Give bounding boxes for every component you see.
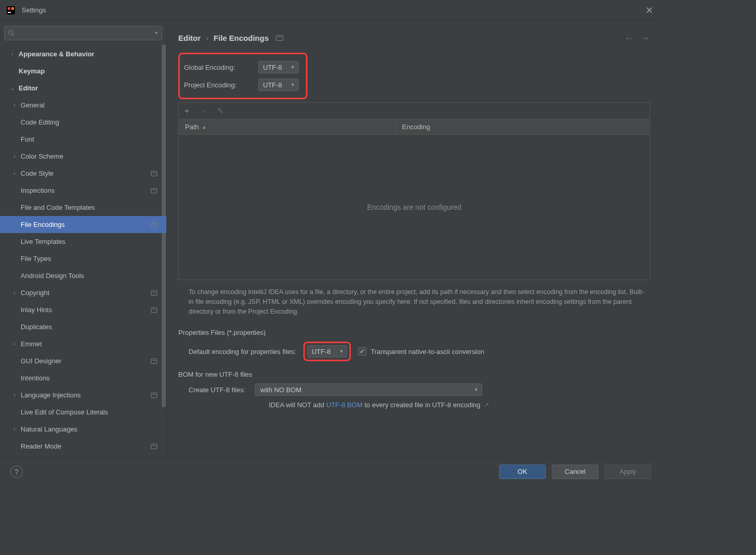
sidebar-item-gui-designer[interactable]: ›GUI Designer	[0, 352, 166, 369]
external-link-icon: ↗	[484, 402, 489, 408]
sidebar-item-label: Code Style	[21, 169, 54, 177]
sidebar-item-reader-mode[interactable]: ›Reader Mode	[0, 438, 166, 455]
sidebar-item-inlay-hints[interactable]: ›Inlay Hints	[0, 301, 166, 318]
dropdown-icon[interactable]: ▼	[154, 30, 159, 36]
chevron-down-icon: ⌄	[9, 85, 16, 91]
svg-point-4	[9, 30, 13, 35]
svg-line-5	[12, 34, 14, 36]
highlighted-properties-encoding: UTF-8 ▼	[303, 342, 351, 361]
apply-button[interactable]: Apply	[605, 465, 651, 479]
sidebar-item-live-edit-of-compose-literals[interactable]: ›Live Edit of Compose Literals	[0, 404, 166, 421]
chevron-right-icon: ›	[11, 153, 18, 159]
sidebar-item-editor[interactable]: ⌄Editor	[0, 80, 166, 97]
encoding-table: Path ▲ Encoding Encodings are not config…	[178, 119, 650, 280]
column-header-encoding[interactable]: Encoding	[396, 123, 436, 131]
search-input[interactable]	[15, 29, 154, 37]
chevron-right-icon: ›	[11, 102, 18, 108]
project-scope-icon	[151, 290, 157, 296]
sidebar-item-appearance-behavior[interactable]: ›Appearance & Behavior	[0, 45, 166, 63]
utf8-bom-link[interactable]: UTF-8 BOM	[326, 401, 362, 409]
breadcrumb-parent[interactable]: Editor	[178, 34, 200, 42]
properties-encoding-value: UTF-8	[312, 348, 331, 356]
cancel-button[interactable]: Cancel	[552, 465, 598, 479]
column-header-path[interactable]: Path ▲	[179, 119, 396, 134]
sidebar-item-label: Font	[21, 135, 34, 143]
sidebar-item-live-templates[interactable]: ›Live Templates	[0, 233, 166, 250]
settings-tree[interactable]: ›Appearance & Behavior›Keymap⌄Editor›Gen…	[0, 44, 166, 457]
svg-rect-1	[8, 7, 10, 10]
forward-icon[interactable]: →	[640, 32, 650, 44]
chevron-right-icon: ›	[9, 51, 16, 57]
edit-icon[interactable]: ✎	[217, 106, 224, 116]
native-ascii-label: Transparent native-to-ascii conversion	[371, 348, 484, 356]
global-encoding-combo[interactable]: UTF-8 ▼	[258, 61, 299, 73]
close-icon[interactable]: ✕	[643, 3, 655, 18]
sidebar-item-label: Appearance & Behavior	[19, 50, 95, 58]
sidebar-item-file-types[interactable]: ›File Types	[0, 250, 166, 267]
table-toolbar: ＋ － ✎	[178, 102, 650, 119]
sidebar-item-label: Code Editing	[21, 118, 59, 126]
remove-icon[interactable]: －	[200, 106, 208, 116]
create-utf8-combo[interactable]: with NO BOM ▼	[255, 383, 482, 396]
sidebar-item-label: Inspections	[21, 187, 55, 194]
sidebar-item-intentions[interactable]: ›Intentions	[0, 369, 166, 387]
properties-encoding-combo[interactable]: UTF-8 ▼	[307, 345, 347, 358]
sidebar-item-natural-languages[interactable]: ›Natural Languages	[0, 421, 166, 438]
create-utf8-value: with NO BOM	[260, 386, 301, 394]
svg-rect-3	[8, 12, 11, 13]
sidebar-item-file-encodings[interactable]: ›File Encodings	[0, 216, 166, 233]
native-ascii-checkbox[interactable]: ✓	[358, 347, 366, 356]
chevron-down-icon: ▼	[474, 387, 479, 392]
sidebar-item-copyright[interactable]: ›Copyright	[0, 284, 166, 301]
ok-button[interactable]: OK	[499, 465, 546, 479]
breadcrumb: Editor › File Encodings	[178, 34, 283, 42]
project-scope-icon	[151, 222, 157, 227]
sidebar-item-label: Android Design Tools	[21, 272, 84, 280]
sidebar-item-label: Keymap	[19, 67, 45, 75]
sidebar-item-file-and-code-templates[interactable]: ›File and Code Templates	[0, 199, 166, 216]
project-scope-icon	[276, 35, 283, 41]
sidebar-item-label: Reader Mode	[21, 442, 61, 450]
window-title: Settings	[22, 6, 46, 14]
sidebar-item-color-scheme[interactable]: ›Color Scheme	[0, 148, 166, 165]
chevron-right-icon: ›	[11, 341, 18, 347]
search-input-wrap[interactable]: ▼	[4, 26, 162, 40]
titlebar: Settings ✕	[0, 0, 661, 21]
project-scope-icon	[151, 444, 157, 449]
sidebar-item-language-injections[interactable]: ›Language Injections	[0, 387, 166, 404]
bottom-bar: ? OK Cancel Apply	[0, 457, 661, 486]
help-icon[interactable]: ?	[10, 466, 23, 478]
sidebar-item-android-design-tools[interactable]: ›Android Design Tools	[0, 267, 166, 284]
sidebar-item-emmet[interactable]: ›Emmet	[0, 335, 166, 352]
back-icon[interactable]: ←	[624, 32, 635, 44]
sidebar-item-label: Language Injections	[21, 391, 81, 399]
sidebar-item-label: File Types	[21, 255, 51, 263]
sidebar-item-code-editing[interactable]: ›Code Editing	[0, 114, 166, 131]
sort-asc-icon: ▲	[202, 125, 207, 130]
sidebar-item-inspections[interactable]: ›Inspections	[0, 182, 166, 199]
sidebar-item-label: Intentions	[21, 374, 50, 382]
search-icon	[8, 29, 15, 37]
app-logo-icon	[6, 6, 16, 15]
add-icon[interactable]: ＋	[183, 106, 191, 116]
sidebar-item-general[interactable]: ›General	[0, 97, 166, 114]
project-scope-icon	[151, 171, 157, 176]
project-encoding-combo[interactable]: UTF-8 ▼	[258, 79, 299, 91]
sidebar-item-label: Emmet	[21, 340, 42, 348]
create-utf8-label: Create UTF-8 files:	[189, 386, 245, 394]
sidebar-item-keymap[interactable]: ›Keymap	[0, 63, 166, 80]
sidebar-item-label: Live Templates	[21, 238, 65, 245]
project-scope-icon	[151, 307, 157, 313]
sidebar-item-font[interactable]: ›Font	[0, 131, 166, 148]
sidebar-item-label: Editor	[19, 84, 38, 92]
chevron-right-icon: ›	[11, 392, 18, 398]
project-encoding-value: UTF-8	[263, 81, 282, 89]
sidebar-item-code-style[interactable]: ›Code Style	[0, 165, 166, 182]
bom-note: IDEA will NOT add UTF-8 BOM to every cre…	[178, 401, 650, 409]
sidebar-item-label: Color Scheme	[21, 152, 63, 160]
chevron-down-icon: ▼	[339, 349, 344, 354]
sidebar-item-duplicates[interactable]: ›Duplicates	[0, 318, 166, 335]
chevron-right-icon: ›	[11, 290, 18, 296]
highlighted-encoding-block: Global Encoding: UTF-8 ▼ Project Encodin…	[178, 53, 307, 99]
properties-default-label: Default encoding for properties files:	[189, 348, 296, 356]
